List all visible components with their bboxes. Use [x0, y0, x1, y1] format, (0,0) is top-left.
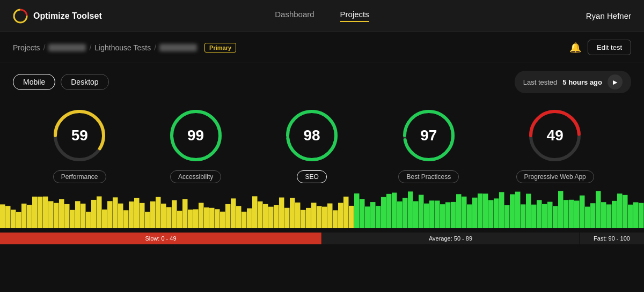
- device-tabs: Mobile Desktop: [13, 74, 109, 90]
- desktop-tab[interactable]: Desktop: [61, 74, 108, 90]
- svg-rect-114: [547, 202, 553, 228]
- svg-rect-101: [478, 193, 483, 228]
- svg-rect-96: [451, 202, 456, 228]
- breadcrumb-section[interactable]: Lighthouse Tests: [94, 43, 151, 52]
- svg-rect-45: [177, 211, 182, 228]
- score-label: SEO: [297, 170, 326, 183]
- svg-rect-111: [531, 205, 537, 228]
- svg-rect-15: [16, 212, 21, 228]
- svg-rect-43: [166, 207, 172, 228]
- svg-rect-36: [129, 201, 134, 228]
- svg-rect-69: [306, 208, 311, 228]
- last-tested-info: Last tested 5 hours ago ▶: [515, 71, 631, 93]
- svg-rect-117: [564, 200, 569, 228]
- svg-rect-25: [70, 210, 75, 228]
- svg-rect-21: [48, 201, 54, 228]
- last-tested-time: 5 hours ago: [562, 78, 602, 86]
- svg-rect-62: [268, 207, 274, 228]
- svg-rect-37: [134, 198, 140, 228]
- mobile-tab[interactable]: Mobile: [13, 74, 55, 90]
- svg-rect-29: [91, 200, 97, 228]
- edit-test-button[interactable]: Edit test: [588, 40, 631, 55]
- breadcrumb-sep-1: /: [43, 43, 46, 52]
- svg-rect-100: [472, 198, 478, 228]
- score-item: 99 Accessibility: [166, 106, 225, 183]
- score-circle: 49: [525, 106, 584, 165]
- svg-rect-56: [236, 206, 241, 228]
- svg-rect-42: [161, 204, 166, 228]
- svg-rect-121: [585, 207, 590, 228]
- svg-rect-99: [467, 204, 472, 228]
- svg-rect-129: [628, 205, 633, 228]
- score-number: 59: [71, 127, 88, 144]
- svg-rect-50: [204, 207, 209, 228]
- svg-rect-120: [580, 196, 585, 228]
- svg-rect-12: [0, 204, 5, 228]
- svg-rect-34: [118, 204, 123, 228]
- score-circle: 99: [166, 106, 225, 165]
- logo-text: Optimize Toolset: [33, 11, 102, 21]
- svg-rect-128: [623, 195, 628, 228]
- svg-rect-102: [483, 193, 488, 228]
- svg-rect-61: [263, 204, 268, 228]
- svg-rect-106: [504, 205, 510, 228]
- svg-rect-30: [97, 196, 102, 228]
- score-item: 97 Best Practicess: [398, 106, 459, 183]
- svg-rect-26: [75, 201, 80, 228]
- svg-rect-122: [590, 203, 596, 228]
- score-item: 59 Performance: [50, 106, 109, 183]
- svg-rect-86: [397, 201, 402, 228]
- svg-rect-64: [279, 198, 284, 228]
- svg-rect-131: [639, 203, 644, 228]
- svg-rect-126: [612, 201, 617, 228]
- legend-fast: Fast: 90 - 100: [580, 233, 644, 244]
- svg-rect-115: [553, 206, 558, 228]
- svg-rect-124: [601, 202, 606, 228]
- svg-rect-16: [21, 204, 27, 228]
- svg-rect-31: [102, 209, 107, 228]
- svg-rect-39: [145, 212, 150, 228]
- svg-rect-127: [617, 193, 623, 228]
- svg-rect-66: [290, 198, 295, 228]
- run-test-button[interactable]: ▶: [608, 74, 623, 89]
- scores-section: 59 Performance 99 Accessibility 98 SEO 9…: [0, 101, 644, 191]
- logo-area: Optimize Toolset: [13, 9, 120, 24]
- svg-rect-63: [274, 205, 279, 228]
- svg-rect-20: [43, 197, 48, 228]
- nav-dashboard[interactable]: Dashboard: [275, 10, 314, 22]
- svg-rect-18: [32, 197, 38, 228]
- svg-rect-130: [633, 202, 639, 228]
- svg-rect-77: [349, 206, 354, 228]
- svg-rect-98: [462, 197, 467, 228]
- svg-rect-85: [392, 193, 397, 228]
- nav-projects[interactable]: Projects: [340, 10, 369, 22]
- svg-rect-112: [537, 200, 542, 228]
- svg-rect-88: [408, 191, 413, 228]
- score-number: 49: [547, 127, 564, 144]
- svg-rect-84: [386, 194, 392, 228]
- svg-rect-123: [596, 191, 601, 228]
- svg-rect-72: [322, 207, 327, 228]
- score-label: Performance: [53, 170, 106, 183]
- breadcrumb-root[interactable]: Projects: [13, 43, 40, 52]
- notification-button[interactable]: 🔔: [569, 42, 581, 54]
- score-item: 98 SEO: [282, 106, 341, 183]
- svg-rect-17: [27, 205, 32, 228]
- chart-area: Slow: 0 - 49 Average: 50 - 89 Fast: 90 -…: [0, 191, 644, 244]
- svg-rect-125: [606, 204, 612, 228]
- svg-rect-59: [252, 196, 258, 228]
- breadcrumb-project[interactable]: [48, 44, 86, 51]
- svg-rect-60: [258, 201, 263, 228]
- breadcrumb-sub[interactable]: [159, 44, 197, 51]
- logo-icon: [13, 9, 28, 24]
- svg-rect-107: [510, 194, 515, 228]
- svg-rect-93: [435, 200, 440, 228]
- svg-rect-35: [123, 210, 129, 228]
- svg-rect-97: [456, 194, 462, 228]
- svg-rect-14: [11, 209, 16, 228]
- svg-rect-24: [64, 204, 70, 228]
- svg-rect-40: [150, 201, 156, 228]
- user-name: Ryan Hefner: [524, 11, 631, 20]
- svg-rect-95: [445, 202, 451, 228]
- svg-rect-13: [5, 206, 11, 228]
